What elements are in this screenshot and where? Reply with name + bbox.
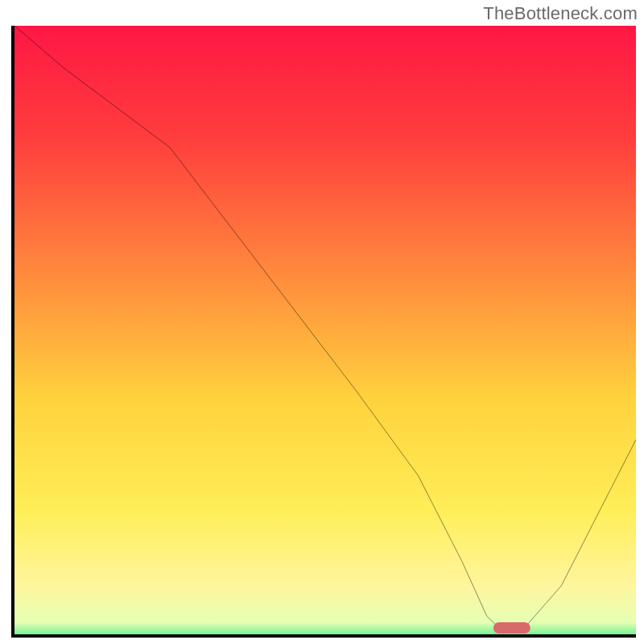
optimum-marker (493, 622, 530, 634)
plot-area (11, 26, 636, 638)
curve-path (14, 26, 636, 628)
bottleneck-curve (14, 26, 636, 634)
watermark-text: TheBottleneck.com (483, 3, 638, 24)
bottleneck-chart: TheBottleneck.com (0, 0, 644, 644)
